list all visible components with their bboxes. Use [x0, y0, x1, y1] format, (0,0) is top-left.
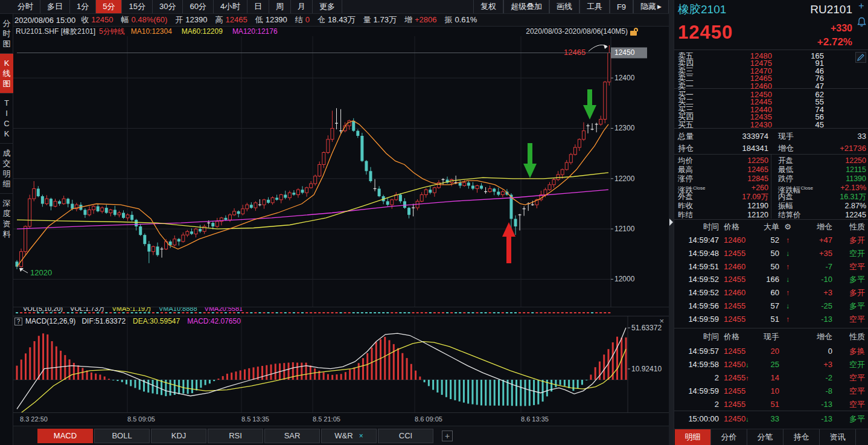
row-time: 14:59:58	[677, 359, 719, 371]
period-tab-30分[interactable]: 30分	[153, 0, 183, 13]
add-icon[interactable]: +	[857, 2, 866, 11]
row-nature: 空平	[838, 372, 865, 384]
stat-label: 昨结	[678, 211, 693, 220]
indicator-tab-MACD[interactable]: MACD	[37, 429, 93, 443]
period-tab-15分[interactable]: 15分	[122, 0, 152, 13]
period-tab-周[interactable]: 周	[269, 0, 291, 13]
quote-bottom-tabs: 明细分价分笔持仓资讯	[674, 429, 868, 445]
info-label: 增	[404, 15, 412, 24]
chart-symbol: RU2101.SHF [橡胶2101]	[16, 27, 95, 36]
row-nature: 空平	[838, 261, 865, 273]
row-price: 12455	[724, 385, 755, 397]
row-time: 2	[677, 372, 719, 384]
up-arrow-icon: ↑	[783, 234, 793, 246]
info-value: 0	[305, 15, 310, 24]
sidebar-item-TICK[interactable]: TICK	[0, 94, 13, 143]
quote-tab-分价[interactable]: 分价	[711, 429, 747, 445]
period-tab-1分[interactable]: 1分	[70, 0, 96, 13]
big-order-row: 14:59:471246052↑+47多开	[677, 234, 866, 246]
quote-tab-资讯[interactable]: 资讯	[820, 429, 856, 445]
stat-label: 最低	[778, 165, 793, 174]
row-time: 14:59:48	[677, 248, 719, 260]
panel-divider[interactable]	[669, 0, 674, 445]
price-change: +330	[831, 23, 852, 34]
info-label: 量	[363, 15, 371, 24]
stat-label: 内盘	[778, 193, 793, 202]
ask-row: 卖一1246047	[678, 82, 863, 90]
candlestick-chart[interactable]: 1245012400123001220012100120001246512020	[13, 36, 669, 307]
alert-bell-icon[interactable]	[857, 17, 866, 29]
add-indicator-button[interactable]: +	[442, 431, 453, 441]
big-order-row: 14:59:481245550↓+35空开	[677, 248, 866, 260]
indicator-tab-BOLL[interactable]: BOLL	[94, 429, 150, 443]
toolbar-item-工具[interactable]: 工具	[579, 0, 610, 13]
close-indicator-icon[interactable]: ×	[359, 432, 363, 440]
column-header: 价格	[724, 221, 755, 233]
stat-label: 振幅	[778, 202, 793, 211]
sidebar-item-分时图[interactable]: 分时图	[0, 14, 13, 53]
stat-value: 17.09万	[706, 193, 768, 202]
row-qty: 50	[754, 248, 779, 260]
indicator-tab-SAR[interactable]: SAR	[264, 429, 320, 443]
unlock-icon[interactable]	[630, 28, 637, 36]
svg-text:12020: 12020	[30, 268, 52, 277]
close-icon[interactable]: ×	[659, 316, 664, 325]
column-header: 性质	[838, 221, 865, 233]
macd-pane[interactable]: ? MACD(12,26,9) DIF:51.63372 DEA:30.5954…	[13, 316, 669, 412]
period-tab-更多[interactable]: 更多	[313, 0, 342, 13]
period-tab-月[interactable]: 月	[291, 0, 313, 13]
svg-text:12000: 12000	[614, 275, 635, 283]
book-label: 卖一	[678, 82, 694, 90]
sidebar-item-K线图[interactable]: K线图	[0, 54, 13, 93]
stat-value: 12115	[806, 165, 866, 174]
detail-row: 14:59:5812450↓25+3空开	[677, 359, 866, 371]
stat-value: 12250	[806, 156, 866, 165]
row-price: 12450↓	[724, 413, 755, 425]
sidebar-item-成交明细[interactable]: 成交明细	[0, 144, 13, 193]
stat-value: 11390	[806, 174, 866, 184]
gear-icon[interactable]: ⚙	[783, 221, 793, 233]
period-tab-5分[interactable]: 5分	[96, 0, 122, 13]
svg-text:51.63372: 51.63372	[631, 324, 662, 332]
row-qty: 166	[754, 274, 779, 286]
stat-value: 184341	[706, 144, 768, 153]
row-openinterest-change: -13	[795, 313, 832, 325]
volume-pane-collapsed[interactable]: VOL(5,10,20)VOL:1.73万VMA5:1.19万VMA10:888…	[13, 307, 669, 316]
period-tab-60分[interactable]: 60分	[183, 0, 213, 13]
indicator-tab-W&R[interactable]: W&R×	[321, 429, 377, 443]
period-tab-多日[interactable]: 多日	[40, 0, 70, 13]
toolbar-item-画线[interactable]: 画线	[549, 0, 579, 13]
period-tab-日[interactable]: 日	[247, 0, 269, 13]
row-qty: 50	[754, 261, 779, 273]
separator	[674, 328, 868, 328]
sidebar-item-深度资料[interactable]: 深度资料	[0, 194, 13, 243]
quote-tab-明细[interactable]: 明细	[675, 429, 711, 445]
indicator-tab-label: BOLL	[112, 431, 132, 440]
stat-value: 12190	[706, 202, 768, 211]
row-qty: 60	[754, 287, 779, 299]
stat-value: +2.13%	[806, 184, 866, 193]
big-order-row: 14:59:511246050↑-7空平	[677, 261, 866, 273]
toolbar-item-复权[interactable]: 复权	[473, 0, 503, 13]
indicator-tab-KDJ[interactable]: KDJ	[151, 429, 206, 443]
macd-header: ? MACD(12,26,9) DIF:51.63372 DEA:30.5954…	[14, 317, 241, 325]
quote-tab-持仓[interactable]: 持仓	[783, 429, 820, 445]
svg-text:12400: 12400	[614, 74, 635, 82]
row-openinterest-change: +3	[795, 287, 832, 299]
row-openinterest-change: -2	[795, 372, 832, 384]
toolbar-item-F9[interactable]: F9	[610, 0, 633, 13]
big-order-row: 14:59:561245557↓-25多平	[677, 300, 866, 312]
indicator-tab-RSI[interactable]: RSI	[208, 429, 263, 443]
row-nature: 空平	[838, 385, 865, 397]
stat-value: 33	[806, 132, 866, 141]
period-tab-分时[interactable]: 分时	[11, 0, 40, 13]
period-tab-4小时[interactable]: 4小时	[214, 0, 247, 13]
stat-label: 增仓	[778, 144, 794, 153]
collapse-handle-icon[interactable]	[669, 219, 673, 226]
quote-tab-分笔[interactable]: 分笔	[747, 429, 783, 445]
indicator-tab-CCI[interactable]: CCI	[378, 429, 433, 443]
toolbar-item-超级叠加[interactable]: 超级叠加	[503, 0, 549, 13]
help-icon[interactable]: ?	[14, 318, 22, 325]
toolbar-item-隐藏[interactable]: 隐藏▶	[633, 0, 669, 13]
separator	[674, 50, 868, 50]
